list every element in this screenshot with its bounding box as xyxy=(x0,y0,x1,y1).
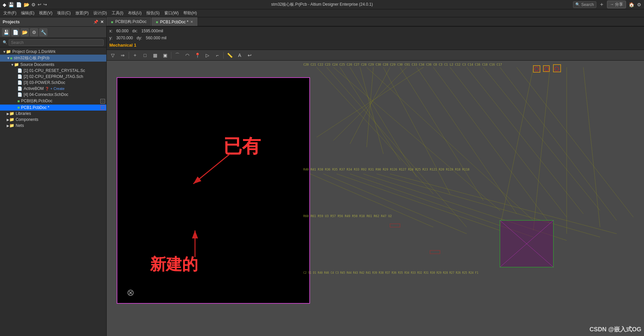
wire-tool[interactable]: ⌒ xyxy=(173,51,182,60)
svg-line-6 xyxy=(350,67,417,177)
component-tool[interactable]: ▣ xyxy=(160,51,170,60)
svg-line-15 xyxy=(500,67,617,220)
gear-icon[interactable]: ⚙ xyxy=(637,2,641,7)
menu-edit[interactable]: 编辑(E) xyxy=(19,10,36,17)
home-icon[interactable]: 🏠 xyxy=(629,2,634,7)
menu-file[interactable]: 文件(F) xyxy=(1,10,18,17)
new-icon[interactable]: 📄 xyxy=(16,2,22,7)
tree-nets[interactable]: ▶ 📁 Nets xyxy=(0,123,106,129)
svg-rect-40 xyxy=(390,224,400,227)
file-1-label: [1] 01-CPU_RESET_CRYSTAL.Sc xyxy=(24,68,85,73)
panel-close-icon[interactable]: ✕ xyxy=(100,20,104,24)
route-tool[interactable]: ⇒ xyxy=(118,51,127,60)
arc-tool[interactable]: ◠ xyxy=(183,51,192,60)
filter-tool[interactable]: ▽ xyxy=(108,51,117,60)
add-icon[interactable]: ＋ xyxy=(599,1,604,8)
menu-project[interactable]: 项目(C) xyxy=(55,10,73,17)
tab-pcb1-close[interactable]: ✕ xyxy=(190,20,193,24)
save-icon[interactable]: 💾 xyxy=(8,2,14,7)
menu-report[interactable]: 报告(S) xyxy=(144,10,162,17)
tree-file-4[interactable]: 📄 [4] 04-Connector.SchDoc xyxy=(0,92,106,98)
save-toolbar-btn[interactable]: 💾 xyxy=(2,28,10,36)
project-tree[interactable]: ▼ 📁 Project Group 1.DsnWrk ▼ ■ stm32核心板.… xyxy=(0,47,106,336)
create-link[interactable]: + Create xyxy=(50,87,65,91)
tree-file-1[interactable]: 📄 [1] 01-CPU_RESET_CRYSTAL.Sc xyxy=(0,68,106,74)
menu-help[interactable]: 帮助(H) xyxy=(181,10,199,17)
libraries-label: Libraries xyxy=(16,111,31,116)
svg-line-10 xyxy=(417,67,517,214)
tab-pcb-structure[interactable]: ■ PCB结构.PcbDoc xyxy=(107,17,151,26)
tree-components[interactable]: ▶ 📁 Components xyxy=(0,117,106,123)
measure-tool[interactable]: 📏 xyxy=(225,51,234,60)
file-3-icon: 📄 xyxy=(17,80,22,85)
main-layout: Projects 📌 ✕ 💾 📄 📂 ⚙ 🔧 🔍 ▼ 📁 xyxy=(0,17,644,336)
source-docs-folder-icon: 📁 xyxy=(14,62,19,67)
tab-pcb1-icon: ■ xyxy=(156,20,158,24)
layer-label: Mechanical 1 xyxy=(109,42,178,49)
share-button[interactable]: → 分享 xyxy=(607,1,626,8)
menu-window[interactable]: 窗口(W) xyxy=(162,10,181,17)
tree-file-3[interactable]: 📄 [3] 03-POWER.SchDoc xyxy=(0,80,106,86)
settings-icon[interactable]: ⚙ xyxy=(31,2,36,7)
menu-tools[interactable]: 工具(I) xyxy=(110,10,125,17)
global-search-box[interactable]: 🔍 Search xyxy=(573,1,596,8)
svg-line-39 xyxy=(500,220,553,267)
pin-tool[interactable]: 📍 xyxy=(193,51,202,60)
text-tool[interactable]: A xyxy=(235,51,244,60)
push-tool[interactable]: ▷ xyxy=(203,51,212,60)
svg-line-11 xyxy=(433,67,550,224)
pcb-origin-cross: ⊗ xyxy=(127,287,134,298)
svg-line-5 xyxy=(333,67,500,210)
menu-place[interactable]: 放置(P) xyxy=(73,10,91,17)
tree-project[interactable]: ▼ ■ stm32核心板.PrjPcb xyxy=(0,55,106,62)
panel-header-icons: 📌 ✕ xyxy=(93,20,104,24)
menu-design[interactable]: 设计(D) xyxy=(91,10,109,17)
pcb-canvas[interactable]: ⊗ 已有 新建的 xyxy=(107,61,644,336)
y-label: y: xyxy=(109,36,112,40)
tree-project-group[interactable]: ▼ 📁 Project Group 1.DsnWrk xyxy=(0,49,106,55)
tree-source-docs[interactable]: ▼ 📁 Source Documents xyxy=(0,62,106,68)
new-file-btn[interactable]: 📄 xyxy=(11,28,19,36)
window-title: stm32核心板.PrjPcb - Altium Designer Enterp… xyxy=(271,2,373,7)
bend-tool[interactable]: ⌐ xyxy=(213,51,222,60)
projects-title: Projects xyxy=(3,19,20,24)
add-tool[interactable]: ＋ xyxy=(130,51,140,60)
svg-line-31 xyxy=(350,174,533,237)
title-bar: ◆ 💾 📄 📂 ⚙ ↩ ↪ stm32核心板.PrjPcb - Altium D… xyxy=(0,0,644,9)
group-chevron: ▼ xyxy=(3,50,6,54)
redo-icon[interactable]: ↪ xyxy=(43,2,47,7)
chart-tool[interactable]: ▦ xyxy=(150,51,160,60)
open-folder-btn[interactable]: 📂 xyxy=(21,28,29,36)
search-input[interactable] xyxy=(9,39,104,46)
libraries-chevron: ▶ xyxy=(7,112,9,116)
settings-toolbar-btn[interactable]: ⚙ xyxy=(30,28,38,36)
svg-line-22 xyxy=(360,67,383,154)
tree-pcb1[interactable]: ■ PCB1.PcbDoc * ! xyxy=(0,105,106,111)
undo-tool[interactable]: ↩ xyxy=(245,51,254,60)
source-docs-chevron: ▼ xyxy=(11,63,14,67)
select-tool[interactable]: □ xyxy=(140,51,150,60)
pin-icon[interactable]: 📌 xyxy=(93,20,98,24)
tree-file-2[interactable]: 📄 [2] 02-CPU_EEPROM_JTAG.Sch xyxy=(0,74,106,80)
svg-line-28 xyxy=(310,174,433,227)
gear-toolbar-btn[interactable]: 🔧 xyxy=(39,28,47,36)
menu-route[interactable]: 布线(U) xyxy=(126,10,144,17)
pcb-ratsnest-svg: C20 C21 C22 C23 C24 C25 C26 C27 C28 C29 … xyxy=(300,61,637,336)
tree-pcb-structure[interactable]: ■ PCB结构.PcbDoc □ xyxy=(0,98,106,105)
project-icon: ■ xyxy=(10,56,12,61)
svg-line-9 xyxy=(400,67,483,200)
open-icon[interactable]: 📂 xyxy=(24,2,29,7)
undo-icon[interactable]: ↩ xyxy=(38,2,41,7)
pcb-structure-label: PCB结构.PcbDoc xyxy=(21,98,52,104)
svg-line-33 xyxy=(377,174,600,237)
menu-view[interactable]: 视图(V) xyxy=(37,10,54,17)
svg-line-24 xyxy=(350,67,390,144)
tree-libraries[interactable]: ▶ 📁 Libraries xyxy=(0,111,106,117)
tree-active-bom[interactable]: 📄 ActiveBOM ❓ + Create xyxy=(0,86,106,92)
tab-pcb-structure-icon: ■ xyxy=(111,20,113,24)
components-folder-icon: 📁 xyxy=(9,117,14,122)
tabs-bar: ■ PCB结构.PcbDoc ■ PCB1.PcbDoc * ✕ xyxy=(107,17,644,27)
project-name-label: stm32核心板.PrjPcb xyxy=(14,55,49,61)
tab-pcb1[interactable]: ■ PCB1.PcbDoc * ✕ xyxy=(152,17,197,26)
pcb-structure-save-indicator: □ xyxy=(100,99,105,104)
